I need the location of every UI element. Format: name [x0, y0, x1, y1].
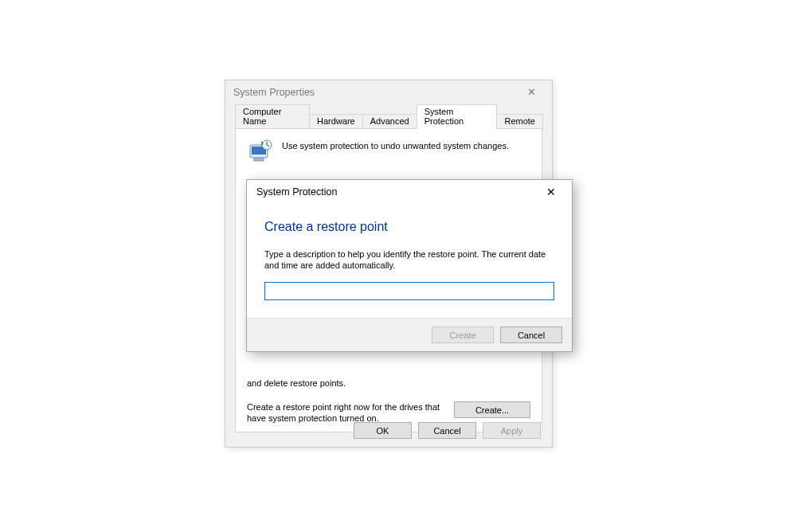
close-icon[interactable]: ✕ — [535, 180, 567, 204]
dialog-heading: Create a restore point — [264, 220, 554, 234]
cancel-button[interactable]: Cancel — [500, 327, 562, 343]
cancel-button[interactable]: Cancel — [418, 422, 476, 439]
delete-row-text: and delete restore points. — [247, 377, 446, 389]
dialog-titlebar[interactable]: System Protection ✕ — [247, 180, 572, 204]
dialog-title: System Protection — [256, 186, 535, 198]
dialog-footer: OK Cancel Apply — [354, 422, 541, 439]
ok-button[interactable]: OK — [354, 422, 412, 439]
create-restore-point-button[interactable]: Create... — [454, 401, 530, 418]
tab-remote[interactable]: Remote — [496, 114, 543, 129]
close-icon[interactable]: ✕ — [515, 80, 547, 104]
intro-text: Use system protection to undo unwanted s… — [282, 139, 509, 151]
create-button[interactable]: Create — [432, 327, 494, 343]
window-title: System Properties — [233, 87, 515, 98]
apply-button[interactable]: Apply — [483, 422, 541, 439]
create-row-text: Create a restore point right now for the… — [247, 401, 446, 424]
restore-point-description-input[interactable] — [264, 282, 554, 300]
tab-system-protection[interactable]: System Protection — [417, 104, 498, 129]
dialog-description: Type a description to help you identify … — [264, 248, 554, 271]
tab-hardware[interactable]: Hardware — [309, 114, 363, 129]
tabs-row: Computer Name Hardware Advanced System P… — [235, 104, 542, 129]
tab-advanced[interactable]: Advanced — [362, 114, 417, 129]
dialog-button-row: Create Cancel — [247, 318, 572, 351]
svg-rect-2 — [254, 158, 264, 161]
tab-computer-name[interactable]: Computer Name — [235, 104, 310, 129]
create-restore-point-dialog: System Protection ✕ Create a restore poi… — [246, 179, 573, 352]
titlebar[interactable]: System Properties ✕ — [225, 80, 552, 104]
system-protection-icon — [247, 139, 274, 168]
